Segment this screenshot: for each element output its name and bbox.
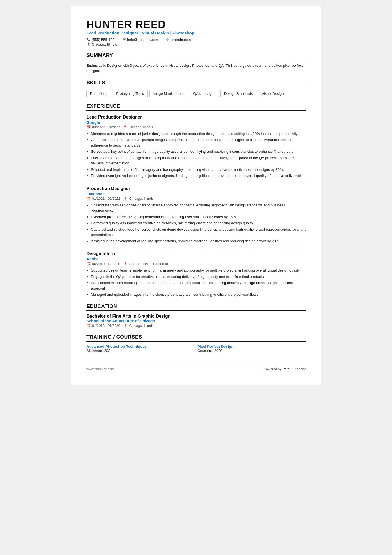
- header: HUNTER REED Lead Production Designer | V…: [86, 19, 306, 46]
- job-title-1: Production Designer: [86, 186, 306, 191]
- skills-row: Photoshop Prototyping Tools Image Manipu…: [86, 90, 306, 97]
- email-contact: ✉ help@enhancv.com: [123, 38, 159, 42]
- job-entry-0: Lead Production Designer Google 📅 03/202…: [86, 115, 306, 182]
- bullet-0-2: Served as a key point of contact for ima…: [91, 149, 306, 154]
- pin-icon-2: 📍: [123, 262, 128, 266]
- course-name-1: Pixel Perfect Design: [197, 344, 306, 349]
- email-icon: ✉: [123, 38, 126, 41]
- skill-prototyping: Prototyping Tools: [113, 90, 148, 97]
- skill-design-standards: Design Standards: [220, 90, 256, 97]
- courses-grid: Advanced Photoshop Techniques Skillshare…: [86, 344, 306, 353]
- edu-pin-icon: 📍: [123, 324, 128, 328]
- job-period-1: 📅 01/2021 - 02/2022: [86, 197, 120, 201]
- skill-visual-design: Visual Design: [258, 90, 287, 97]
- experience-section: EXPERIENCE Lead Production Designer Goog…: [86, 103, 306, 297]
- location-icon: 📍: [86, 42, 91, 46]
- powered-by-label: Powered by: [264, 367, 281, 371]
- bullet-1-3: Captured and stitched together screensho…: [91, 227, 306, 238]
- website-value: linkedin.com: [171, 38, 191, 42]
- edu-entry-0: Bachelor of Fine Arts in Graphic Design …: [86, 314, 306, 328]
- bullet-0-0: Mentored and guided a team of junior des…: [91, 131, 306, 137]
- email-value: help@enhancv.com: [127, 38, 159, 42]
- job-separator-0: [86, 182, 306, 182]
- contact-row: 📞 (555) 555-1234 ✉ help@enhancv.com 🔗 li…: [86, 38, 306, 42]
- location-value: Chicago, Illinois: [92, 42, 117, 46]
- bullet-0-5: Provided oversight and coaching to junio…: [91, 173, 306, 179]
- training-section: TRAINING / COURSES Advanced Photoshop Te…: [86, 334, 306, 353]
- skills-heading: SKILLS: [86, 80, 306, 87]
- course-1: Pixel Perfect Design Coursera, 2020: [197, 344, 306, 353]
- phone-value: (555) 555-1234: [92, 38, 116, 42]
- pin-icon-1: 📍: [123, 197, 128, 201]
- footer-website: www.enhancv.com: [86, 367, 114, 371]
- website-contact: 🔗 linkedin.com: [165, 38, 191, 42]
- calendar-icon-1: 📅: [86, 197, 91, 201]
- job-period-2: 📅 06/2019 - 12/2020: [86, 262, 120, 266]
- bullet-2-3: Managed and uploaded images into the cli…: [91, 292, 306, 297]
- job-bullets-2: Supported design team in implementing fi…: [86, 268, 306, 297]
- job-location-1: 📍 Chicago, Illinois: [123, 197, 153, 201]
- bullet-0-1: Captured screenshots and manipulated ima…: [91, 137, 306, 148]
- job-period-0: 📅 03/2022 - Present: [86, 125, 120, 129]
- bullet-2-0: Supported design team in implementing fi…: [91, 268, 306, 273]
- resume-page: HUNTER REED Lead Production Designer | V…: [71, 6, 321, 385]
- course-0: Advanced Photoshop Techniques Skillshare…: [86, 344, 195, 353]
- bullet-0-3: Facilitated the handoff of designs to De…: [91, 155, 306, 166]
- summary-text: Enthusiastic Designer with 3 years of ex…: [86, 63, 306, 74]
- course-name-0: Advanced Photoshop Techniques: [86, 344, 195, 349]
- location-row: 📍 Chicago, Illinois: [86, 42, 306, 46]
- skill-image-manipulation: Image Manipulation: [149, 90, 188, 97]
- pin-icon-0: 📍: [123, 125, 127, 129]
- link-icon: 🔗: [165, 38, 170, 41]
- education-heading: EDUCATION: [86, 304, 306, 311]
- bullet-2-1: Engaged in the QA process for creative a…: [91, 274, 306, 280]
- company-name-0: Google: [86, 120, 306, 125]
- bullet-1-4: Assisted in the development of red-line …: [91, 238, 306, 244]
- job-meta-2: 📅 06/2019 - 12/2020 📍 San Francisco, Cal…: [86, 262, 306, 266]
- company-name-1: Facebook: [86, 192, 306, 196]
- job-title-2: Design Intern: [86, 251, 306, 256]
- job-entry-2: Design Intern Adobe 📅 06/2019 - 12/2020 …: [86, 251, 306, 297]
- job-separator-1: [86, 247, 306, 247]
- skill-photoshop: Photoshop: [86, 90, 111, 97]
- job-bullets-0: Mentored and guided a team of junior des…: [86, 131, 306, 179]
- candidate-name: HUNTER REED: [86, 19, 306, 31]
- job-location-2: 📍 San Francisco, California: [123, 262, 168, 266]
- education-section: EDUCATION Bachelor of Fine Arts in Graph…: [86, 304, 306, 328]
- skill-qa-images: QA of Images: [190, 90, 219, 97]
- summary-heading: SUMMARY: [86, 53, 306, 60]
- experience-heading: EXPERIENCE: [86, 103, 306, 111]
- candidate-title: Lead Production Designer | Visual Design…: [86, 31, 306, 35]
- bullet-1-0: Collaborated with senior designers to fi…: [91, 203, 306, 213]
- edu-meta-0: 📅 01/2016 - 01/2020 📍 Chicago, Illinois: [86, 324, 306, 328]
- edu-calendar-icon: 📅: [86, 324, 91, 328]
- location-contact: 📍 Chicago, Illinois: [86, 42, 117, 46]
- bullet-1-2: Performed quality assurance on creative …: [91, 220, 306, 226]
- bullet-0-4: Selected and implemented final imagery a…: [91, 167, 306, 172]
- calendar-icon-2: 📅: [86, 262, 91, 266]
- bullet-2-2: Participated in team meetings and contri…: [91, 280, 306, 291]
- course-detail-1: Coursera, 2020: [197, 349, 306, 353]
- job-bullets-1: Collaborated with senior designers to fi…: [86, 203, 306, 244]
- job-location-0: 📍 Chicago, Illinois: [123, 125, 153, 129]
- bullet-1-1: Executed pixel-perfect design implementa…: [91, 214, 306, 220]
- enhancv-branding: Powered by Enhancv: [264, 367, 306, 371]
- edu-location-0: 📍 Chicago, Illinois: [123, 324, 153, 328]
- edu-degree-0: Bachelor of Fine Arts in Graphic Design: [86, 314, 306, 319]
- brand-name: Enhancv: [292, 367, 306, 371]
- job-title-0: Lead Production Designer: [86, 115, 306, 120]
- company-name-2: Adobe: [86, 257, 306, 261]
- job-meta-1: 📅 01/2021 - 02/2022 📍 Chicago, Illinois: [86, 197, 306, 201]
- calendar-icon-0: 📅: [86, 125, 91, 129]
- edu-period-0: 📅 01/2016 - 01/2020: [86, 324, 120, 328]
- skills-section: SKILLS Photoshop Prototyping Tools Image…: [86, 80, 306, 97]
- page-footer: www.enhancv.com Powered by Enhancv: [86, 364, 306, 371]
- course-detail-0: Skillshare, 2021: [86, 349, 195, 353]
- job-meta-0: 📅 03/2022 - Present 📍 Chicago, Illinois: [86, 125, 306, 129]
- edu-school-0: School of the Art Institute of Chicago: [86, 319, 306, 323]
- job-entry-1: Production Designer Facebook 📅 01/2021 -…: [86, 186, 306, 248]
- training-heading: TRAINING / COURSES: [86, 334, 306, 342]
- enhancv-icon: [283, 367, 291, 371]
- summary-section: SUMMARY Enthusiastic Designer with 3 yea…: [86, 53, 306, 74]
- phone-contact: 📞 (555) 555-1234: [86, 38, 116, 42]
